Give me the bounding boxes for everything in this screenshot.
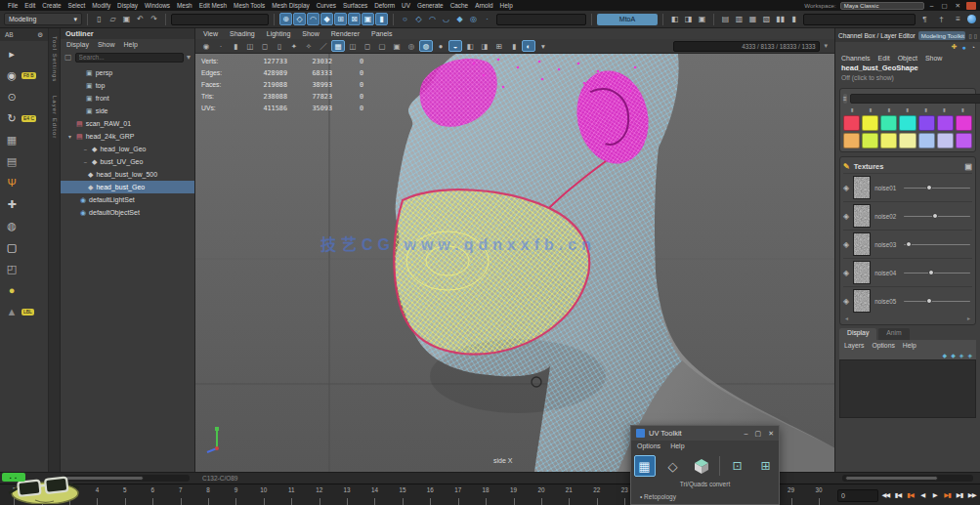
new-layer-icon[interactable]: ◈ — [959, 352, 964, 358]
texture-weight-slider[interactable] — [904, 239, 972, 249]
menu-item[interactable]: Modify — [92, 2, 110, 9]
viewport-toolbar-icon[interactable]: ◻ — [258, 40, 272, 52]
sphere-icon[interactable]: ● — [962, 44, 966, 51]
slider-handle[interactable] — [932, 213, 938, 219]
frame-cell[interactable]: 12 — [305, 484, 332, 505]
viewport-toolbar-icon[interactable]: ▢ — [375, 40, 389, 52]
snap-icon[interactable]: ▮ — [375, 13, 388, 25]
renderer-chip[interactable]: MtoA — [597, 14, 658, 25]
toolbox-tool[interactable]: ▤ — [4, 151, 20, 171]
transport-button[interactable]: ▮◀ — [892, 491, 905, 499]
outliner-menu-item[interactable]: Help — [123, 41, 137, 48]
toolbox-tool[interactable]: ↻ E4 C — [4, 108, 36, 128]
toolbox-tool[interactable]: ▢ — [4, 237, 20, 257]
toolbox-tool[interactable]: ✚ — [4, 194, 20, 214]
frame-cell[interactable]: 7 — [166, 484, 193, 505]
panel-dock-icon[interactable]: ▯ — [974, 32, 977, 39]
menu-item[interactable]: Mesh Tools — [234, 2, 265, 9]
sidebar-toggle-icon[interactable]: † — [935, 13, 948, 25]
frame-cell[interactable]: 20 — [528, 484, 555, 505]
speed-icon[interactable]: ◔ — [971, 44, 975, 51]
scroll-right-icon[interactable]: ▸ — [967, 315, 970, 322]
diamond-icon[interactable]: ◇ — [662, 455, 684, 477]
dialog-menu-item[interactable]: Help — [670, 442, 684, 449]
channel-menu-item[interactable]: Show — [925, 55, 943, 62]
texture-weight-slider[interactable] — [904, 211, 972, 221]
texture-layer-row[interactable]: ◈ noise03 — [843, 230, 972, 258]
toolbox-tool[interactable]: ◍ — [4, 216, 20, 235]
display-mode-icon[interactable]: ◧ — [668, 13, 681, 25]
file-action-icon[interactable]: ↷ — [148, 13, 160, 25]
tab-display[interactable]: Display — [839, 328, 876, 340]
texture-thumbnail[interactable] — [853, 204, 871, 228]
command-field[interactable] — [803, 14, 916, 25]
frame-cell[interactable]: 21 — [555, 484, 582, 505]
viewport-toolbar-icon[interactable]: ◻ — [361, 40, 374, 52]
outliner-item[interactable]: ▾ head_24k_GRP — [61, 130, 194, 143]
menu-item[interactable]: Edit — [24, 2, 35, 9]
menu-item[interactable]: Mesh — [177, 2, 192, 9]
frame-cell[interactable]: 4 — [83, 484, 110, 505]
render-action-icon[interactable]: ▤ — [719, 13, 732, 25]
outliner-item[interactable]: top — [61, 79, 194, 92]
sidebar-toggle-icon[interactable]: ≡ — [952, 13, 964, 25]
dialog-titlebar[interactable]: UV Toolkit – ▢ ✕ — [631, 426, 779, 441]
frame-cell[interactable]: 11 — [277, 484, 305, 505]
scroll-left-icon[interactable]: ◂ — [845, 315, 848, 322]
viewport-menu-item[interactable]: Renderer — [331, 30, 360, 37]
filter-icon[interactable]: ▢ — [64, 53, 72, 62]
layer-menu-item[interactable]: Layers — [844, 342, 864, 349]
render-action-icon[interactable]: ▮ — [788, 13, 800, 25]
outliner-item[interactable]: front — [61, 92, 194, 105]
color-swatch[interactable] — [880, 115, 897, 131]
outliner-search-input[interactable] — [75, 53, 184, 63]
transport-button[interactable]: ▮◀ — [904, 491, 916, 499]
color-swatch[interactable] — [918, 133, 935, 148]
slider-handle[interactable] — [906, 241, 912, 247]
menu-item[interactable]: File — [8, 2, 18, 9]
snap-icon[interactable]: ▣ — [362, 13, 374, 25]
new-layer-icon[interactable]: ◈ — [967, 352, 972, 358]
snap-icon[interactable]: ◇ — [293, 13, 306, 25]
dialog-bullet-item[interactable]: • Retopology — [631, 491, 779, 500]
color-swatch[interactable] — [880, 133, 897, 148]
snap-icon[interactable]: ⊠ — [348, 13, 361, 25]
slider-handle[interactable] — [928, 270, 934, 275]
viewport-menu-item[interactable]: Show — [302, 30, 320, 37]
snap-icon[interactable]: ⊞ — [334, 13, 347, 25]
outliner-item[interactable]: defaultLightSet — [61, 193, 194, 206]
viewport-toolbar-icon[interactable]: ◐ — [522, 40, 535, 52]
texture-add-button[interactable]: ▣ — [964, 162, 972, 171]
outliner-item[interactable]: − bust_UV_Geo — [61, 155, 194, 168]
frame-cell[interactable]: 14 — [361, 484, 388, 505]
display-mode-icon[interactable]: ◨ — [682, 13, 695, 25]
dialog-maximize-button[interactable]: ▢ — [755, 430, 762, 438]
workspace-dropdown[interactable]: Maya Classic — [840, 2, 924, 10]
panel-dock-icon[interactable]: ▯ — [968, 32, 971, 39]
texture-layer-row[interactable]: ◈ noise04 — [843, 258, 972, 286]
viewport-toolbar-icon[interactable]: ／ — [317, 40, 330, 52]
viewport-toolbar-icon[interactable]: ◧ — [463, 40, 477, 52]
texture-thumbnail[interactable] — [853, 232, 871, 256]
snap-icon[interactable]: ◠ — [307, 13, 320, 25]
outliner-item[interactable]: head_bust_Geo — [61, 181, 194, 193]
texture-thumbnail[interactable] — [853, 289, 871, 313]
snap-icon[interactable]: ◆ — [320, 13, 333, 25]
frame-cell[interactable]: 30 — [805, 484, 832, 505]
menu-item[interactable]: Mesh Display — [272, 2, 309, 9]
tab-anim[interactable]: Anim — [878, 328, 910, 340]
file-action-icon[interactable]: ▣ — [120, 13, 133, 25]
texture-weight-slider[interactable] — [904, 268, 972, 277]
slider-handle[interactable] — [926, 185, 932, 190]
menu-item[interactable]: UV — [402, 2, 410, 9]
display-mode-icon[interactable]: ▣ — [696, 13, 708, 25]
tab-channel-box[interactable]: Channel Box / Layer Editor — [838, 32, 916, 39]
list-icon[interactable]: ≡ — [843, 94, 847, 104]
dialog-menu-item[interactable]: Options — [637, 442, 660, 449]
viewport-toolbar-icon[interactable]: ✦ — [287, 40, 301, 52]
transport-button[interactable]: ◀ — [916, 491, 929, 499]
outliner-item[interactable]: scan_RAW_01 — [61, 117, 194, 130]
outliner-item[interactable]: head_bust_low_500 — [61, 168, 194, 181]
viewport-toolbar-icon[interactable]: · — [214, 40, 228, 52]
viewport-toolbar-icon[interactable]: ◍ — [419, 40, 433, 52]
